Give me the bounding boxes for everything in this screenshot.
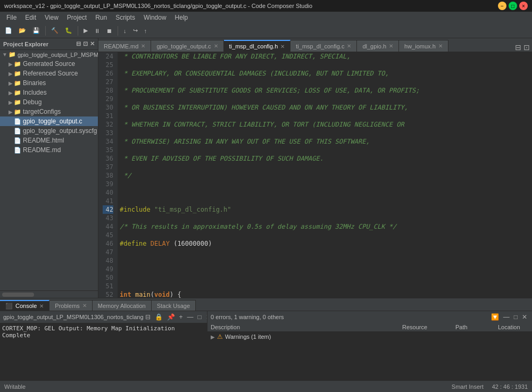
tab-ti-msp-c[interactable]: ti_msp_dl_config.c ✕ (290, 40, 357, 52)
sidebar-item-main-c[interactable]: ▶ 📄 gpio_toggle_output.c (0, 116, 98, 126)
tab-dl-gpio-h[interactable]: dl_gpio.h ✕ (357, 40, 399, 52)
tab-close-icon[interactable]: ✕ (347, 43, 351, 49)
expand-arrow: ▶ (9, 80, 13, 86)
toolbar-step-return[interactable]: ↑ (142, 26, 150, 36)
expand-arrow: ▶ (9, 109, 13, 115)
bottom-tab-close-icon[interactable]: ✕ (82, 303, 87, 308)
console-new-btn[interactable]: + (178, 313, 185, 321)
menu-file[interactable]: File (2, 13, 21, 22)
tab-main-c[interactable]: gpio_toggle_output.c ✕ (151, 40, 223, 52)
file-icon: 📄 (14, 128, 21, 135)
tab-hw-iomux-h[interactable]: hw_iomux.h ✕ (399, 40, 448, 52)
tab-chevron-icon[interactable]: ⊟ (515, 43, 521, 52)
sidebar-item-label: Referenced Source (23, 70, 78, 77)
sidebar-item-binaries[interactable]: ▶ 📁 Binaries (0, 78, 98, 88)
bottom-tab-memory[interactable]: Memory Allocation (93, 300, 152, 311)
problems-maximize-btn[interactable]: □ (512, 313, 519, 321)
sidebar-item-includes[interactable]: ▶ 📁 Includes (0, 88, 98, 97)
toolbar-debug[interactable]: 🐛 (62, 26, 75, 36)
toolbar-build[interactable]: 🔨 (48, 26, 61, 36)
code-editor[interactable]: 2425262728 2930313233 3435363738 394041 … (98, 52, 532, 298)
project-icon: 📁 (9, 51, 16, 58)
sidebar-tree: ▼ 📁 gpio_toggle_output_LP_MSPM0L1... ▶ 📁… (0, 50, 98, 290)
sidebar-item-syscfg[interactable]: ▶ 📄 gpio_toggle_output.syscfg (0, 126, 98, 136)
status-insert-mode: Smart Insert (452, 383, 484, 390)
problems-minimize-btn[interactable]: — (502, 313, 511, 321)
status-bar: Writable Smart Insert 42 : 46 : 1931 (0, 380, 532, 392)
console-scroll-lock-btn[interactable]: 🔒 (153, 313, 164, 321)
expand-arrow: ▶ (9, 90, 13, 96)
tab-controls: ⊟ ⊡ (515, 43, 532, 52)
sidebar-item-label: targetConfigs (23, 108, 61, 115)
sidebar-minimize-icon[interactable]: ⊟ (76, 40, 81, 47)
minimize-button[interactable]: − (498, 2, 506, 10)
tab-close-icon[interactable]: ✕ (214, 43, 218, 49)
tab-menu-icon[interactable]: ⊡ (523, 43, 530, 52)
expand-arrow: ▶ (9, 99, 13, 105)
file-icon: 📄 (14, 147, 21, 154)
console-pin-btn[interactable]: 📌 (165, 313, 177, 321)
window-controls: − □ × (498, 2, 528, 10)
toolbar-sep-1 (45, 26, 46, 36)
sidebar-item-readme-md[interactable]: ▶ 📄 README.md (0, 145, 98, 155)
menu-view[interactable]: View (40, 13, 63, 22)
bottom-panel: ⬛ Console ✕ Problems ✕ Memory Allocation… (0, 298, 532, 380)
sidebar-item-referenced[interactable]: ▶ 📁 Referenced Source (0, 69, 98, 78)
problems-warnings-row[interactable]: ▶ ⚠ Warnings (1 item) (207, 332, 532, 341)
toolbar-new[interactable]: 📄 (2, 26, 15, 36)
tab-close-icon[interactable]: ✕ (280, 44, 285, 49)
bottom-tab-close-icon[interactable]: ✕ (39, 303, 44, 309)
toolbar: 📄 📂 💾 🔨 🐛 ▶ ⏸ ⏹ ↓ ↪ ↑ (0, 23, 532, 38)
toolbar-run[interactable]: ▶ (81, 26, 90, 36)
toolbar-step-into[interactable]: ↓ (121, 26, 129, 36)
close-button[interactable]: × (519, 2, 528, 10)
tab-close-icon[interactable]: ✕ (389, 43, 393, 49)
sidebar-item-project[interactable]: ▼ 📁 gpio_toggle_output_LP_MSPM0L1... (0, 50, 98, 59)
tab-close-icon[interactable]: ✕ (141, 43, 145, 49)
sidebar-title: Project Explorer (3, 41, 48, 47)
sidebar-item-generated[interactable]: ▶ 📁 Generated Source (0, 59, 98, 69)
folder-icon: 📁 (14, 99, 21, 106)
sidebar-item-readme-html[interactable]: ▶ 📄 README.html (0, 136, 98, 145)
bottom-tab-label: Console (15, 303, 37, 309)
folder-icon: 📁 (14, 109, 21, 115)
menu-window[interactable]: Window (139, 13, 171, 22)
line-numbers: 2425262728 2930313233 3435363738 394041 … (98, 52, 118, 298)
tab-ti-msp-h[interactable]: ti_msp_dl_config.h ✕ (224, 40, 291, 52)
bottom-tab-console[interactable]: ⬛ Console ✕ (0, 300, 49, 311)
sidebar-item-debug[interactable]: ▶ 📁 Debug (0, 97, 98, 107)
menu-edit[interactable]: Edit (21, 13, 40, 22)
toolbar-suspend[interactable]: ⏸ (92, 26, 103, 36)
sidebar-scrollbar[interactable] (0, 290, 98, 298)
status-right: Smart Insert 42 : 46 : 1931 (452, 383, 528, 390)
console-minimize-btn[interactable]: — (186, 313, 195, 321)
tab-close-icon[interactable]: ✕ (438, 43, 443, 49)
menu-scripts[interactable]: Scripts (111, 13, 139, 22)
problems-panel: 0 errors, 1 warning, 0 others 🔽 — □ ✕ De… (207, 311, 532, 380)
bottom-tab-problems[interactable]: Problems ✕ (49, 300, 92, 311)
console-clear-btn[interactable]: ⊟ (144, 313, 152, 321)
problems-close-btn[interactable]: ✕ (520, 313, 529, 321)
menu-run[interactable]: Run (91, 13, 111, 22)
problems-table-header: Description Resource Path Location (207, 323, 532, 332)
toolbar-stop[interactable]: ⏹ (104, 26, 115, 36)
toolbar-step-over[interactable]: ↪ (130, 26, 140, 36)
maximize-button[interactable]: □ (509, 2, 517, 10)
menu-help[interactable]: Help (171, 13, 193, 22)
menu-project[interactable]: Project (63, 13, 91, 22)
toolbar-open[interactable]: 📂 (16, 26, 29, 36)
tab-readme-md[interactable]: README.md ✕ (98, 40, 151, 52)
toolbar-save[interactable]: 💾 (30, 26, 43, 36)
code-content[interactable]: * CONTRIBUTORS BE LIABLE FOR ANY DIRECT,… (118, 52, 532, 298)
problems-filter-btn[interactable]: 🔽 (489, 313, 501, 321)
console-maximize-btn[interactable]: □ (196, 313, 203, 321)
status-left: Writable (4, 383, 26, 390)
sidebar-item-targetconfigs[interactable]: ▶ 📁 targetConfigs (0, 107, 98, 116)
sidebar-maximize-icon[interactable]: ⊡ (83, 40, 88, 47)
sidebar-header: Project Explorer ⊟ ⊡ ✕ (0, 38, 98, 50)
problems-toolbar: 0 errors, 1 warning, 0 others (211, 314, 284, 320)
bottom-tab-stack[interactable]: Stack Usage (152, 300, 196, 311)
expand-arrow: ▼ (2, 52, 7, 57)
sidebar-close-icon[interactable]: ✕ (90, 40, 95, 47)
title-bar: workspace_v12 - gpio_toggle_output_LP_MS… (0, 0, 532, 12)
